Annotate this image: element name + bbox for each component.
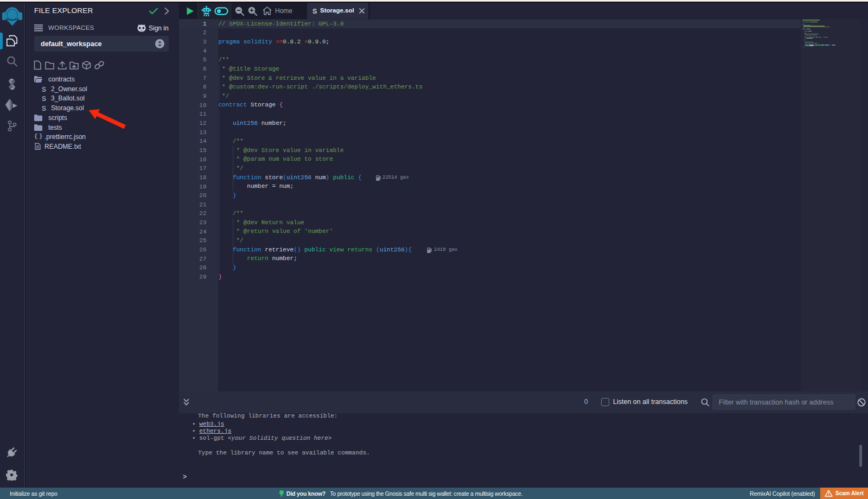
svg-text:S: S (312, 8, 317, 15)
svg-text:S: S (42, 85, 46, 93)
svg-text:S: S (42, 95, 46, 103)
svg-text:S: S (42, 105, 46, 112)
